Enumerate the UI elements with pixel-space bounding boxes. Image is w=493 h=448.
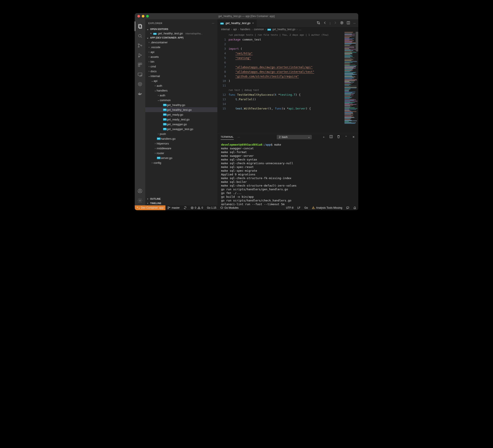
remote-explorer-tab-icon[interactable]: [135, 70, 145, 79]
kill-terminal-icon[interactable]: [337, 135, 340, 139]
file-server[interactable]: GOserver.go: [145, 155, 217, 160]
svg-point-31: [168, 208, 168, 209]
split-editor-icon[interactable]: [347, 21, 350, 25]
workspace-header[interactable]: ⌄ APP [DEV CONTAINER: APP]: [145, 35, 217, 40]
analysis-warning[interactable]: Analysis Tools Missing: [310, 206, 344, 209]
outline-header[interactable]: › OUTLINE: [145, 197, 217, 201]
terminal-content[interactable]: development@6993acd891a8:/app$ make make…: [218, 141, 358, 205]
git-compare-icon[interactable]: [317, 21, 320, 25]
go-file-icon: GO: [163, 113, 167, 116]
nav-sep-icon: |: [330, 22, 330, 25]
minimize-window-button[interactable]: [142, 15, 144, 18]
terminal-tab[interactable]: TERMINAL: [221, 134, 234, 140]
editor-tab[interactable]: GO get_healthy_test.go ×: [218, 19, 257, 27]
timeline-header[interactable]: › TIMELINE: [145, 201, 217, 205]
svg-point-23: [317, 22, 318, 22]
feedback-icon[interactable]: [344, 206, 351, 209]
file-get-ready-test[interactable]: GOget_ready_test.go: [145, 117, 217, 122]
file-get-swagger-test[interactable]: GOget_swagger_test.go: [145, 127, 217, 131]
titlebar[interactable]: get_healthy_test.go — app [Dev Container…: [135, 13, 358, 19]
zoom-window-button[interactable]: [146, 15, 149, 18]
folder-handlers-auth[interactable]: ›auth: [145, 93, 217, 98]
go-file-icon: GO: [153, 33, 157, 35]
problems-indicator[interactable]: 0 0: [189, 206, 205, 209]
close-panel-icon[interactable]: ✕: [352, 135, 355, 139]
file-get-ready[interactable]: GOget_ready.go: [145, 112, 217, 117]
file-tree: ›.devcontainer ›.vscode ›api ›assets ›bi…: [145, 40, 217, 197]
file-get-healthy-test[interactable]: GOget_healthy_test.go: [145, 107, 217, 112]
minimap-scroll[interactable]: [356, 32, 358, 52]
folder-router[interactable]: ›router: [145, 151, 217, 155]
breadcrumb[interactable]: internal› api› handlers› common› GO get_…: [218, 27, 358, 32]
folder-vscode[interactable]: ›.vscode: [145, 45, 217, 49]
window-title: get_healthy_test.go — app [Dev Container…: [135, 15, 358, 18]
terminal-select[interactable]: 2: bash: [277, 135, 312, 139]
explorer-more-icon[interactable]: ···: [212, 22, 214, 24]
remote-indicator[interactable]: Dev Container: app: [135, 205, 165, 210]
folder-auth[interactable]: ›auth: [145, 83, 217, 88]
docker-tab-icon[interactable]: [135, 89, 145, 98]
folder-internal[interactable]: ⌄internal: [145, 74, 217, 78]
code-content[interactable]: run package tests | run file tests | You…: [229, 32, 343, 133]
close-tab-icon[interactable]: ×: [252, 22, 254, 25]
branch-indicator[interactable]: master: [165, 206, 182, 209]
svg-point-21: [139, 190, 141, 191]
svg-point-30: [168, 207, 168, 207]
open-editors-header[interactable]: ⌄ OPEN EDITORS: [145, 27, 217, 31]
go-back-icon[interactable]: [323, 21, 327, 25]
split-terminal-icon[interactable]: [329, 135, 333, 139]
panel-more-icon[interactable]: ···: [238, 135, 240, 139]
svg-point-4: [138, 44, 139, 45]
folder-push[interactable]: ›push: [145, 131, 217, 136]
svg-rect-10: [138, 65, 140, 66]
go-forward-icon[interactable]: [334, 21, 337, 25]
line-gutter: 123456789101112131415: [218, 32, 229, 133]
folder-config[interactable]: ›config: [145, 160, 217, 165]
new-terminal-icon[interactable]: ＋: [322, 135, 325, 139]
svg-point-2: [138, 34, 141, 37]
explorer-tab-icon[interactable]: [135, 22, 145, 31]
folder-handlers[interactable]: ⌄handlers: [145, 88, 217, 93]
go-file-icon: GO: [163, 128, 167, 130]
maximize-panel-icon[interactable]: ⌃: [344, 135, 348, 139]
go-file-icon: GO: [163, 118, 167, 121]
file-get-swagger[interactable]: GOget_swagger.go: [145, 122, 217, 127]
scm-tab-icon[interactable]: [135, 41, 145, 50]
extensions-tab-icon[interactable]: [135, 60, 145, 70]
search-tab-icon[interactable]: [135, 31, 145, 41]
go-file-icon: GO: [163, 109, 167, 111]
editor[interactable]: 123456789101112131415 run package tests …: [218, 32, 358, 133]
folder-docs[interactable]: ›docs: [145, 69, 217, 74]
file-handlers[interactable]: GOhandlers.go: [145, 136, 217, 141]
folder-assets[interactable]: ›assets: [145, 54, 217, 59]
run-last-icon[interactable]: [340, 21, 344, 25]
svg-point-24: [319, 23, 320, 24]
folder-bin[interactable]: ›bin: [145, 59, 217, 64]
status-bar: Dev Container: app master 0 0 Go 1.15 Go…: [135, 205, 358, 210]
language-indicator[interactable]: Go: [302, 206, 310, 209]
folder-internal-api[interactable]: ⌄api: [145, 78, 217, 83]
folder-common[interactable]: ⌄common: [145, 98, 217, 102]
more-actions-icon[interactable]: ···: [353, 22, 356, 25]
open-editor-item[interactable]: × GO get_healthy_test.go internal/api/ha…: [145, 31, 217, 35]
file-get-healthy[interactable]: GOget_healthy.go: [145, 102, 217, 107]
encoding-indicator[interactable]: UTF-8: [284, 206, 295, 209]
close-editor-icon[interactable]: ×: [150, 32, 152, 35]
folder-httperrors[interactable]: ›httperrors: [145, 141, 217, 146]
notifications-icon[interactable]: [351, 206, 358, 209]
sync-indicator[interactable]: [182, 206, 189, 209]
settings-gear-icon[interactable]: [135, 196, 145, 205]
go-test-tab-icon[interactable]: [135, 79, 145, 89]
go-version[interactable]: Go 1.15: [205, 206, 218, 209]
go-modules[interactable]: Go Modules: [218, 206, 241, 209]
folder-devcontainer[interactable]: ›.devcontainer: [145, 40, 217, 45]
folder-middleware[interactable]: ›middleware: [145, 146, 217, 151]
folder-api[interactable]: ›api: [145, 49, 217, 54]
tab-bar: GO get_healthy_test.go × | ···: [218, 19, 358, 27]
accounts-icon[interactable]: [135, 186, 145, 196]
minimap[interactable]: [343, 32, 358, 133]
run-debug-tab-icon[interactable]: [135, 50, 145, 60]
eol-indicator[interactable]: LF: [295, 206, 302, 209]
folder-cmd[interactable]: ›cmd: [145, 64, 217, 69]
close-window-button[interactable]: [137, 15, 140, 18]
